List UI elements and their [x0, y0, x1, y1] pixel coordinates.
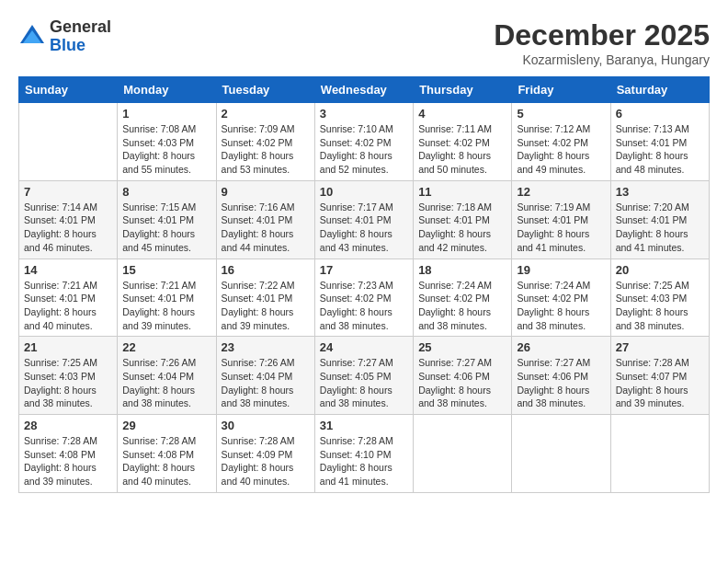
calendar-cell: 26Sunrise: 7:27 AMSunset: 4:06 PMDayligh…	[512, 337, 610, 415]
logo: General Blue	[18, 18, 111, 55]
calendar-cell: 5Sunrise: 7:12 AMSunset: 4:02 PMDaylight…	[512, 103, 610, 181]
day-info: Sunrise: 7:28 AMSunset: 4:08 PMDaylight:…	[24, 434, 112, 488]
day-info: Sunrise: 7:28 AMSunset: 4:10 PMDaylight:…	[320, 434, 408, 488]
day-info: Sunrise: 7:27 AMSunset: 4:05 PMDaylight:…	[320, 356, 408, 410]
calendar-cell: 29Sunrise: 7:28 AMSunset: 4:08 PMDayligh…	[118, 415, 216, 493]
calendar-cell: 27Sunrise: 7:28 AMSunset: 4:07 PMDayligh…	[610, 337, 709, 415]
calendar-cell: 16Sunrise: 7:22 AMSunset: 4:01 PMDayligh…	[216, 259, 314, 337]
calendar-cell	[610, 415, 709, 493]
day-number: 7	[24, 185, 112, 199]
calendar-header-thursday: Thursday	[414, 77, 512, 103]
day-info: Sunrise: 7:26 AMSunset: 4:04 PMDaylight:…	[222, 356, 310, 410]
day-info: Sunrise: 7:16 AMSunset: 4:01 PMDaylight:…	[222, 201, 310, 255]
day-info: Sunrise: 7:23 AMSunset: 4:02 PMDaylight:…	[320, 279, 408, 333]
day-number: 22	[122, 340, 210, 354]
day-number: 23	[222, 340, 310, 354]
day-number: 2	[222, 107, 310, 121]
day-number: 17	[320, 263, 408, 277]
logo-icon	[18, 23, 46, 51]
calendar-cell: 24Sunrise: 7:27 AMSunset: 4:05 PMDayligh…	[314, 337, 413, 415]
day-info: Sunrise: 7:24 AMSunset: 4:02 PMDaylight:…	[517, 279, 605, 333]
day-number: 29	[122, 419, 210, 432]
calendar-cell: 14Sunrise: 7:21 AMSunset: 4:01 PMDayligh…	[19, 259, 118, 337]
calendar-cell: 4Sunrise: 7:11 AMSunset: 4:02 PMDaylight…	[414, 103, 512, 181]
calendar-cell: 12Sunrise: 7:19 AMSunset: 4:01 PMDayligh…	[512, 180, 610, 259]
calendar-week-row: 1Sunrise: 7:08 AMSunset: 4:03 PMDaylight…	[19, 103, 710, 181]
day-info: Sunrise: 7:25 AMSunset: 4:03 PMDaylight:…	[616, 279, 704, 333]
calendar-week-row: 14Sunrise: 7:21 AMSunset: 4:01 PMDayligh…	[19, 259, 710, 337]
day-info: Sunrise: 7:21 AMSunset: 4:01 PMDaylight:…	[122, 279, 210, 333]
calendar-cell: 6Sunrise: 7:13 AMSunset: 4:01 PMDaylight…	[610, 103, 709, 181]
calendar-cell: 10Sunrise: 7:17 AMSunset: 4:01 PMDayligh…	[314, 180, 413, 259]
day-number: 19	[517, 263, 605, 277]
calendar-week-row: 28Sunrise: 7:28 AMSunset: 4:08 PMDayligh…	[19, 415, 710, 493]
day-info: Sunrise: 7:19 AMSunset: 4:01 PMDaylight:…	[517, 201, 605, 255]
calendar-cell: 13Sunrise: 7:20 AMSunset: 4:01 PMDayligh…	[610, 180, 709, 259]
day-info: Sunrise: 7:15 AMSunset: 4:01 PMDaylight:…	[122, 201, 210, 255]
calendar-cell	[512, 415, 610, 493]
day-number: 9	[222, 185, 310, 199]
day-info: Sunrise: 7:26 AMSunset: 4:04 PMDaylight:…	[122, 356, 210, 410]
calendar-cell: 25Sunrise: 7:27 AMSunset: 4:06 PMDayligh…	[414, 337, 512, 415]
day-number: 15	[122, 263, 210, 277]
calendar-header-tuesday: Tuesday	[216, 77, 314, 103]
calendar-cell: 31Sunrise: 7:28 AMSunset: 4:10 PMDayligh…	[314, 415, 413, 493]
day-info: Sunrise: 7:27 AMSunset: 4:06 PMDaylight:…	[517, 356, 605, 410]
logo-blue-text: Blue	[50, 37, 111, 55]
day-number: 14	[24, 263, 112, 277]
calendar-cell: 23Sunrise: 7:26 AMSunset: 4:04 PMDayligh…	[216, 337, 314, 415]
day-number: 25	[418, 340, 506, 354]
day-number: 31	[320, 419, 408, 432]
calendar-cell	[414, 415, 512, 493]
month-title: December 2025	[494, 18, 710, 52]
calendar-header-monday: Monday	[118, 77, 216, 103]
day-info: Sunrise: 7:09 AMSunset: 4:02 PMDaylight:…	[222, 122, 310, 177]
day-info: Sunrise: 7:22 AMSunset: 4:01 PMDaylight:…	[222, 279, 310, 333]
calendar-week-row: 21Sunrise: 7:25 AMSunset: 4:03 PMDayligh…	[19, 337, 710, 415]
day-info: Sunrise: 7:08 AMSunset: 4:03 PMDaylight:…	[122, 122, 210, 177]
calendar-cell: 3Sunrise: 7:10 AMSunset: 4:02 PMDaylight…	[314, 103, 413, 181]
day-info: Sunrise: 7:17 AMSunset: 4:01 PMDaylight:…	[320, 201, 408, 255]
day-number: 6	[616, 107, 704, 121]
calendar-cell: 20Sunrise: 7:25 AMSunset: 4:03 PMDayligh…	[610, 259, 709, 337]
calendar-cell: 17Sunrise: 7:23 AMSunset: 4:02 PMDayligh…	[314, 259, 413, 337]
day-number: 20	[616, 263, 704, 277]
calendar-cell: 15Sunrise: 7:21 AMSunset: 4:01 PMDayligh…	[118, 259, 216, 337]
day-info: Sunrise: 7:14 AMSunset: 4:01 PMDaylight:…	[24, 201, 112, 255]
calendar-cell: 9Sunrise: 7:16 AMSunset: 4:01 PMDaylight…	[216, 180, 314, 259]
calendar-cell: 7Sunrise: 7:14 AMSunset: 4:01 PMDaylight…	[19, 180, 118, 259]
calendar-cell	[19, 103, 118, 181]
calendar-header-friday: Friday	[512, 77, 610, 103]
day-number: 8	[122, 185, 210, 199]
day-number: 13	[616, 185, 704, 199]
page-header: General Blue December 2025 Kozarmisleny,…	[18, 18, 710, 67]
calendar-cell: 2Sunrise: 7:09 AMSunset: 4:02 PMDaylight…	[216, 103, 314, 181]
location-text: Kozarmisleny, Baranya, Hungary	[494, 52, 710, 67]
day-info: Sunrise: 7:25 AMSunset: 4:03 PMDaylight:…	[24, 356, 112, 410]
day-number: 1	[122, 107, 210, 121]
day-info: Sunrise: 7:21 AMSunset: 4:01 PMDaylight:…	[24, 279, 112, 333]
calendar-header-saturday: Saturday	[610, 77, 709, 103]
day-number: 18	[418, 263, 506, 277]
calendar-cell: 8Sunrise: 7:15 AMSunset: 4:01 PMDaylight…	[118, 180, 216, 259]
day-info: Sunrise: 7:28 AMSunset: 4:08 PMDaylight:…	[122, 434, 210, 488]
day-info: Sunrise: 7:13 AMSunset: 4:01 PMDaylight:…	[616, 122, 704, 177]
day-number: 10	[320, 185, 408, 199]
calendar-cell: 21Sunrise: 7:25 AMSunset: 4:03 PMDayligh…	[19, 337, 118, 415]
logo-general-text: General	[50, 18, 111, 37]
calendar-cell: 28Sunrise: 7:28 AMSunset: 4:08 PMDayligh…	[19, 415, 118, 493]
day-info: Sunrise: 7:28 AMSunset: 4:07 PMDaylight:…	[616, 356, 704, 410]
day-number: 3	[320, 107, 408, 121]
day-number: 16	[222, 263, 310, 277]
day-info: Sunrise: 7:24 AMSunset: 4:02 PMDaylight:…	[418, 279, 506, 333]
calendar-header-wednesday: Wednesday	[314, 77, 413, 103]
day-number: 28	[24, 419, 112, 432]
calendar-cell: 1Sunrise: 7:08 AMSunset: 4:03 PMDaylight…	[118, 103, 216, 181]
calendar-header-row: SundayMondayTuesdayWednesdayThursdayFrid…	[19, 77, 710, 103]
day-info: Sunrise: 7:18 AMSunset: 4:01 PMDaylight:…	[418, 201, 506, 255]
logo-text: General Blue	[50, 18, 111, 55]
calendar-cell: 22Sunrise: 7:26 AMSunset: 4:04 PMDayligh…	[118, 337, 216, 415]
day-info: Sunrise: 7:12 AMSunset: 4:02 PMDaylight:…	[517, 122, 605, 177]
day-number: 5	[517, 107, 605, 121]
day-info: Sunrise: 7:11 AMSunset: 4:02 PMDaylight:…	[418, 122, 506, 177]
